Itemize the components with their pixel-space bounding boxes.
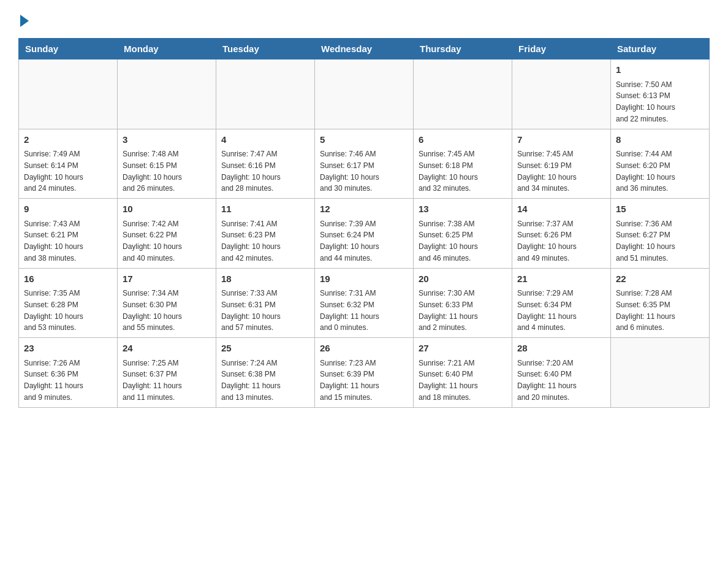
- calendar-cell: [315, 59, 414, 129]
- calendar-cell: 17Sunrise: 7:34 AMSunset: 6:30 PMDayligh…: [118, 268, 216, 338]
- calendar-cell: 3Sunrise: 7:48 AMSunset: 6:15 PMDaylight…: [118, 129, 216, 199]
- day-info: Sunrise: 7:42 AMSunset: 6:22 PMDaylight:…: [123, 220, 182, 262]
- page-header: [18, 12, 710, 26]
- day-info: Sunrise: 7:35 AMSunset: 6:28 PMDaylight:…: [24, 289, 83, 332]
- calendar-cell: 15Sunrise: 7:36 AMSunset: 6:27 PMDayligh…: [611, 199, 710, 269]
- day-header-tuesday: Tuesday: [216, 39, 315, 59]
- day-number: 23: [24, 342, 112, 356]
- day-info: Sunrise: 7:23 AMSunset: 6:39 PMDaylight:…: [320, 359, 379, 402]
- day-info: Sunrise: 7:37 AMSunset: 6:26 PMDaylight:…: [517, 220, 577, 262]
- day-info: Sunrise: 7:31 AMSunset: 6:32 PMDaylight:…: [320, 289, 379, 332]
- day-header-sunday: Sunday: [19, 39, 118, 59]
- day-info: Sunrise: 7:47 AMSunset: 6:16 PMDaylight:…: [221, 150, 281, 193]
- day-info: Sunrise: 7:45 AMSunset: 6:18 PMDaylight:…: [419, 150, 478, 193]
- day-info: Sunrise: 7:21 AMSunset: 6:40 PMDaylight:…: [419, 359, 478, 402]
- calendar-cell: 20Sunrise: 7:30 AMSunset: 6:33 PMDayligh…: [414, 268, 512, 338]
- day-info: Sunrise: 7:43 AMSunset: 6:21 PMDaylight:…: [24, 220, 83, 262]
- calendar-cell: 1Sunrise: 7:50 AMSunset: 6:13 PMDaylight…: [611, 59, 710, 129]
- day-number: 21: [517, 272, 605, 286]
- calendar-cell: 16Sunrise: 7:35 AMSunset: 6:28 PMDayligh…: [19, 268, 118, 338]
- week-row-3: 9Sunrise: 7:43 AMSunset: 6:21 PMDaylight…: [19, 199, 710, 269]
- day-info: Sunrise: 7:25 AMSunset: 6:37 PMDaylight:…: [123, 359, 182, 402]
- week-row-1: 1Sunrise: 7:50 AMSunset: 6:13 PMDaylight…: [19, 59, 710, 129]
- calendar-cell: 5Sunrise: 7:46 AMSunset: 6:17 PMDaylight…: [315, 129, 414, 199]
- calendar-cell: 28Sunrise: 7:20 AMSunset: 6:40 PMDayligh…: [512, 338, 611, 408]
- day-number: 17: [123, 272, 211, 286]
- calendar-cell: 14Sunrise: 7:37 AMSunset: 6:26 PMDayligh…: [512, 199, 611, 269]
- day-number: 25: [221, 342, 309, 356]
- day-number: 10: [123, 202, 211, 216]
- day-info: Sunrise: 7:29 AMSunset: 6:34 PMDaylight:…: [517, 289, 577, 332]
- calendar-cell: 22Sunrise: 7:28 AMSunset: 6:35 PMDayligh…: [611, 268, 710, 338]
- calendar-cell: [216, 59, 315, 129]
- calendar-cell: 12Sunrise: 7:39 AMSunset: 6:24 PMDayligh…: [315, 199, 414, 269]
- day-number: 3: [123, 133, 211, 147]
- calendar-cell: 27Sunrise: 7:21 AMSunset: 6:40 PMDayligh…: [414, 338, 512, 408]
- calendar-cell: [611, 338, 710, 408]
- calendar-table: SundayMondayTuesdayWednesdayThursdayFrid…: [18, 38, 710, 408]
- day-info: Sunrise: 7:49 AMSunset: 6:14 PMDaylight:…: [24, 150, 83, 193]
- calendar-cell: 6Sunrise: 7:45 AMSunset: 6:18 PMDaylight…: [414, 129, 512, 199]
- calendar-cell: 10Sunrise: 7:42 AMSunset: 6:22 PMDayligh…: [118, 199, 216, 269]
- day-info: Sunrise: 7:26 AMSunset: 6:36 PMDaylight:…: [24, 359, 83, 402]
- calendar-cell: 4Sunrise: 7:47 AMSunset: 6:16 PMDaylight…: [216, 129, 315, 199]
- day-number: 19: [320, 272, 408, 286]
- calendar-cell: 24Sunrise: 7:25 AMSunset: 6:37 PMDayligh…: [118, 338, 216, 408]
- day-info: Sunrise: 7:30 AMSunset: 6:33 PMDaylight:…: [419, 289, 478, 332]
- calendar-cell: 11Sunrise: 7:41 AMSunset: 6:23 PMDayligh…: [216, 199, 315, 269]
- day-info: Sunrise: 7:38 AMSunset: 6:25 PMDaylight:…: [419, 220, 478, 262]
- day-header-friday: Friday: [512, 39, 611, 59]
- day-info: Sunrise: 7:24 AMSunset: 6:38 PMDaylight:…: [221, 359, 281, 402]
- day-header-saturday: Saturday: [611, 39, 710, 59]
- calendar-cell: 25Sunrise: 7:24 AMSunset: 6:38 PMDayligh…: [216, 338, 315, 408]
- week-row-2: 2Sunrise: 7:49 AMSunset: 6:14 PMDaylight…: [19, 129, 710, 199]
- calendar-cell: 7Sunrise: 7:45 AMSunset: 6:19 PMDaylight…: [512, 129, 611, 199]
- week-row-4: 16Sunrise: 7:35 AMSunset: 6:28 PMDayligh…: [19, 268, 710, 338]
- day-number: 15: [616, 202, 704, 216]
- day-number: 12: [320, 202, 408, 216]
- calendar-cell: [19, 59, 118, 129]
- day-number: 18: [221, 272, 309, 286]
- day-header-monday: Monday: [118, 39, 216, 59]
- day-number: 4: [221, 133, 309, 147]
- calendar-cell: [118, 59, 216, 129]
- calendar-cell: 23Sunrise: 7:26 AMSunset: 6:36 PMDayligh…: [19, 338, 118, 408]
- calendar-header-row: SundayMondayTuesdayWednesdayThursdayFrid…: [19, 39, 710, 59]
- day-info: Sunrise: 7:41 AMSunset: 6:23 PMDaylight:…: [221, 220, 281, 262]
- week-row-5: 23Sunrise: 7:26 AMSunset: 6:36 PMDayligh…: [19, 338, 710, 408]
- day-number: 6: [419, 133, 507, 147]
- day-header-thursday: Thursday: [414, 39, 512, 59]
- day-number: 28: [517, 342, 605, 356]
- day-info: Sunrise: 7:46 AMSunset: 6:17 PMDaylight:…: [320, 150, 379, 193]
- calendar-cell: [512, 59, 611, 129]
- day-number: 1: [616, 63, 704, 77]
- calendar-cell: 8Sunrise: 7:44 AMSunset: 6:20 PMDaylight…: [611, 129, 710, 199]
- day-number: 26: [320, 342, 408, 356]
- day-number: 27: [419, 342, 507, 356]
- day-number: 7: [517, 133, 605, 147]
- day-number: 20: [419, 272, 507, 286]
- day-info: Sunrise: 7:44 AMSunset: 6:20 PMDaylight:…: [616, 150, 675, 193]
- calendar-cell: 19Sunrise: 7:31 AMSunset: 6:32 PMDayligh…: [315, 268, 414, 338]
- day-number: 16: [24, 272, 112, 286]
- day-info: Sunrise: 7:34 AMSunset: 6:30 PMDaylight:…: [123, 289, 182, 332]
- calendar-cell: 26Sunrise: 7:23 AMSunset: 6:39 PMDayligh…: [315, 338, 414, 408]
- calendar-cell: 9Sunrise: 7:43 AMSunset: 6:21 PMDaylight…: [19, 199, 118, 269]
- day-number: 9: [24, 202, 112, 216]
- calendar-cell: 21Sunrise: 7:29 AMSunset: 6:34 PMDayligh…: [512, 268, 611, 338]
- calendar-cell: 13Sunrise: 7:38 AMSunset: 6:25 PMDayligh…: [414, 199, 512, 269]
- day-info: Sunrise: 7:28 AMSunset: 6:35 PMDaylight:…: [616, 289, 675, 332]
- logo-arrow-icon: [20, 15, 29, 27]
- day-info: Sunrise: 7:50 AMSunset: 6:13 PMDaylight:…: [616, 80, 675, 123]
- day-number: 8: [616, 133, 704, 147]
- day-number: 13: [419, 202, 507, 216]
- day-number: 14: [517, 202, 605, 216]
- logo: [18, 12, 29, 26]
- day-info: Sunrise: 7:45 AMSunset: 6:19 PMDaylight:…: [517, 150, 577, 193]
- day-number: 11: [221, 202, 309, 216]
- calendar-cell: 2Sunrise: 7:49 AMSunset: 6:14 PMDaylight…: [19, 129, 118, 199]
- day-number: 5: [320, 133, 408, 147]
- day-number: 2: [24, 133, 112, 147]
- day-header-wednesday: Wednesday: [315, 39, 414, 59]
- day-info: Sunrise: 7:20 AMSunset: 6:40 PMDaylight:…: [517, 359, 577, 402]
